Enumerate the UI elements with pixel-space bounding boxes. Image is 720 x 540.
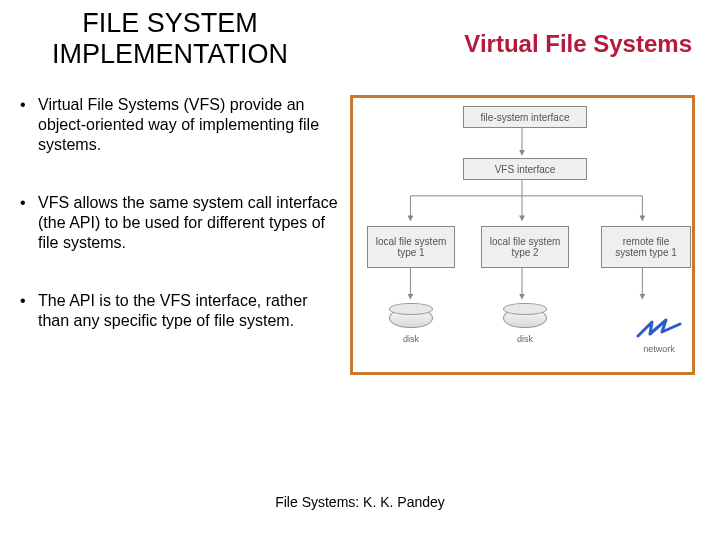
box-local-fs-2: local file system type 2: [481, 226, 569, 268]
disk-icon: [503, 308, 547, 328]
box-remote-fs-1: remote file system type 1: [601, 226, 691, 268]
bullet-item: Virtual File Systems (VFS) provide an ob…: [20, 95, 340, 155]
disk-label-1: disk: [389, 334, 433, 344]
title-right: Virtual File Systems: [464, 8, 700, 58]
disk-icon: [389, 308, 433, 328]
bullet-item: The API is to the VFS interface, rather …: [20, 291, 340, 331]
title-line2: IMPLEMENTATION: [52, 39, 288, 69]
box-vfs-interface: VFS interface: [463, 158, 587, 180]
bullet-list: Virtual File Systems (VFS) provide an ob…: [10, 95, 340, 375]
box-local-fs-1: local file system type 1: [367, 226, 455, 268]
disk-label-2: disk: [503, 334, 547, 344]
diagram-container: file-system interface VFS interface loca…: [350, 95, 700, 375]
slide-footer: File Systems: K. K. Pandey: [0, 494, 720, 510]
network-icon: network: [636, 318, 682, 354]
vfs-diagram: file-system interface VFS interface loca…: [350, 95, 695, 375]
slide-header: FILE SYSTEM IMPLEMENTATION Virtual File …: [0, 0, 720, 70]
box-fs-interface: file-system interface: [463, 106, 587, 128]
bullet-item: VFS allows the same system call interfac…: [20, 193, 340, 253]
title-left: FILE SYSTEM IMPLEMENTATION: [20, 8, 320, 70]
slide-content: Virtual File Systems (VFS) provide an ob…: [0, 70, 720, 375]
network-label: network: [643, 344, 675, 354]
title-line1: FILE SYSTEM: [82, 8, 258, 38]
